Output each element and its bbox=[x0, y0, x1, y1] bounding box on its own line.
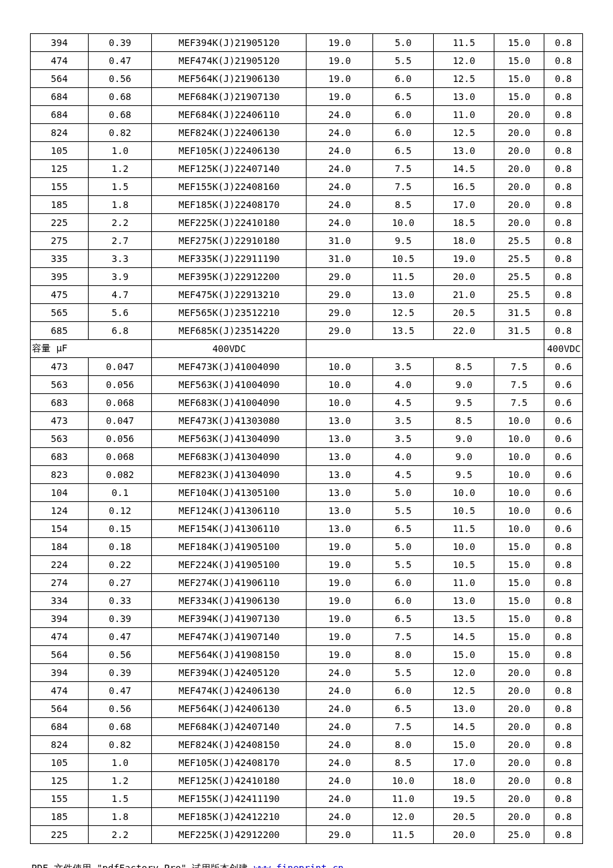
table-cell: 225 bbox=[31, 214, 89, 232]
table-cell: 1.2 bbox=[89, 160, 152, 178]
table-cell: 0.56 bbox=[89, 646, 152, 664]
table-cell: 0.6 bbox=[544, 466, 582, 484]
table-cell: 6.5 bbox=[372, 610, 433, 628]
table-cell: 0.27 bbox=[89, 574, 152, 592]
table-cell: 0.15 bbox=[89, 520, 152, 538]
table-cell: 0.33 bbox=[89, 592, 152, 610]
table-cell: 0.8 bbox=[544, 628, 582, 646]
table-cell: 394 bbox=[31, 664, 89, 682]
table-cell: MEF395K(J)22912200 bbox=[152, 268, 306, 286]
table-cell: 6.5 bbox=[372, 700, 433, 718]
table-cell: 10.0 bbox=[434, 538, 494, 556]
table-cell: 5.5 bbox=[372, 502, 433, 520]
table-cell: MEF105K(J)42408170 bbox=[152, 754, 306, 772]
table-cell: MEF473K(J)41004090 bbox=[152, 358, 306, 376]
table-cell: 824 bbox=[31, 124, 89, 142]
table-cell: 15.0 bbox=[494, 538, 544, 556]
table-cell: 8.5 bbox=[372, 754, 433, 772]
table-cell: 13.0 bbox=[434, 592, 494, 610]
table-cell: 15.0 bbox=[434, 646, 494, 664]
table-cell: 0.6 bbox=[544, 358, 582, 376]
table-cell: 14.5 bbox=[434, 628, 494, 646]
table-cell: MEF104K(J)41305100 bbox=[152, 484, 306, 502]
table-cell: 1.8 bbox=[89, 196, 152, 214]
footer-text: PDF 文件使用 "pdfFactory Pro" 试用版本创建 bbox=[31, 863, 254, 868]
table-cell: 125 bbox=[31, 772, 89, 790]
table-cell: 0.68 bbox=[89, 106, 152, 124]
table-cell: 474 bbox=[31, 682, 89, 700]
table-cell: 4.0 bbox=[372, 448, 433, 466]
table-cell: 31.5 bbox=[494, 322, 544, 340]
table-cell: 24.0 bbox=[306, 790, 372, 808]
table-cell: 22.0 bbox=[434, 322, 494, 340]
table-cell: MEF394K(J)42405120 bbox=[152, 664, 306, 682]
table-cell: 7.5 bbox=[372, 628, 433, 646]
table-cell: 0.6 bbox=[544, 520, 582, 538]
table-cell: 24.0 bbox=[306, 142, 372, 160]
table-cell: MEF684K(J)42407140 bbox=[152, 718, 306, 736]
table-cell: 0.8 bbox=[544, 664, 582, 682]
table-cell: 0.8 bbox=[544, 538, 582, 556]
table-cell: MEF185K(J)22408170 bbox=[152, 196, 306, 214]
table-cell: 10.0 bbox=[494, 520, 544, 538]
table-cell: 0.22 bbox=[89, 556, 152, 574]
table-cell: 334 bbox=[31, 592, 89, 610]
table-cell: 0.8 bbox=[544, 718, 582, 736]
table-cell: 15.0 bbox=[494, 34, 544, 52]
table-cell: MEF683K(J)41304090 bbox=[152, 448, 306, 466]
table-cell: 20.0 bbox=[494, 160, 544, 178]
table-cell: 154 bbox=[31, 520, 89, 538]
table-cell: 224 bbox=[31, 556, 89, 574]
table-cell: 13.0 bbox=[306, 448, 372, 466]
document-page: 3940.39MEF394K(J)2190512019.05.011.515.0… bbox=[0, 0, 613, 868]
table-cell: 20.5 bbox=[434, 808, 494, 826]
table-cell: 394 bbox=[31, 610, 89, 628]
table-cell: 11.5 bbox=[372, 268, 433, 286]
table-cell: 5.0 bbox=[372, 538, 433, 556]
table-cell: 25.5 bbox=[494, 232, 544, 250]
table-cell: 185 bbox=[31, 808, 89, 826]
table-cell: 10.5 bbox=[434, 502, 494, 520]
table-cell: 0.8 bbox=[544, 88, 582, 106]
table-cell: 473 bbox=[31, 412, 89, 430]
table-cell: MEF394K(J)41907130 bbox=[152, 610, 306, 628]
table-cell: MEF124K(J)41306110 bbox=[152, 502, 306, 520]
table-cell: 1.8 bbox=[89, 808, 152, 826]
table-cell: 9.0 bbox=[434, 430, 494, 448]
table-cell: 9.0 bbox=[434, 448, 494, 466]
table-cell: 19.0 bbox=[306, 592, 372, 610]
table-cell: 225 bbox=[31, 826, 89, 844]
table-cell: 31.5 bbox=[494, 304, 544, 322]
table-cell: 6.8 bbox=[89, 322, 152, 340]
table-cell: 10.0 bbox=[494, 484, 544, 502]
table-row: 2240.22MEF224K(J)4190510019.05.510.515.0… bbox=[31, 556, 583, 574]
table-cell: 12.5 bbox=[372, 304, 433, 322]
table-cell: 0.8 bbox=[544, 772, 582, 790]
table-cell: 0.8 bbox=[544, 196, 582, 214]
table-cell: 0.6 bbox=[544, 376, 582, 394]
table-cell: 19.0 bbox=[306, 610, 372, 628]
table-row: 6840.68MEF684K(J)2190713019.06.513.015.0… bbox=[31, 88, 583, 106]
table-cell: 2.2 bbox=[89, 826, 152, 844]
table-cell: 24.0 bbox=[306, 160, 372, 178]
table-cell: 20.0 bbox=[434, 826, 494, 844]
table-row: 1240.12MEF124K(J)4130611013.05.510.510.0… bbox=[31, 502, 583, 520]
table-cell: 0.8 bbox=[544, 592, 582, 610]
table-cell: MEF105K(J)22406130 bbox=[152, 142, 306, 160]
table-cell: 2.7 bbox=[89, 232, 152, 250]
table-cell: 335 bbox=[31, 250, 89, 268]
table-cell: 0.82 bbox=[89, 736, 152, 754]
section-header-left: 容量 μF bbox=[31, 340, 152, 358]
footer-link[interactable]: www.fineprint.cn bbox=[254, 863, 344, 868]
table-cell: 0.082 bbox=[89, 466, 152, 484]
table-cell: MEF154K(J)41306110 bbox=[152, 520, 306, 538]
table-cell: MEF394K(J)21905120 bbox=[152, 34, 306, 52]
table-cell: 5.0 bbox=[372, 34, 433, 52]
table-cell: 1.5 bbox=[89, 178, 152, 196]
table-cell: 11.5 bbox=[434, 34, 494, 52]
table-cell: 7.5 bbox=[494, 394, 544, 412]
table-cell: 31.0 bbox=[306, 232, 372, 250]
table-cell: 10.0 bbox=[306, 376, 372, 394]
table-cell: 9.5 bbox=[372, 232, 433, 250]
table-cell: MEF824K(J)22406130 bbox=[152, 124, 306, 142]
